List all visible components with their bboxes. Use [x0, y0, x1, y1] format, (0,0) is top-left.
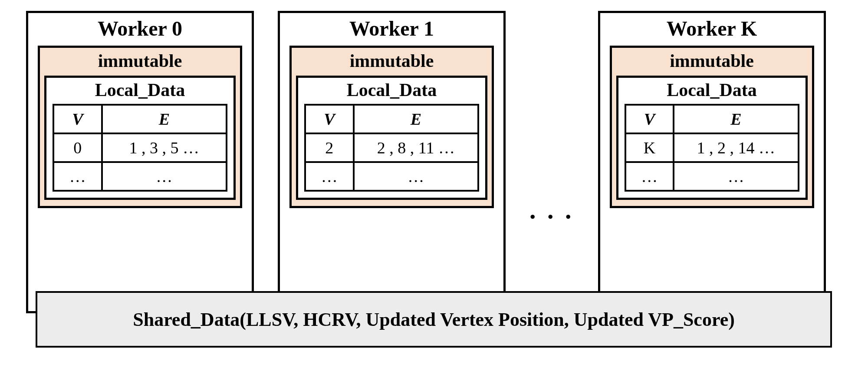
table-header-v: V — [305, 105, 354, 133]
worker-k-immutable-label: immutable — [616, 48, 808, 76]
worker-1-immutable: immutable Local_Data V E 2 2 , 8 , 11 … — [289, 46, 494, 208]
worker-1-localdata: Local_Data V E 2 2 , 8 , 11 … … … — [296, 76, 487, 200]
diagram-canvas: Worker 0 immutable Local_Data V E 0 1 , … — [26, 11, 842, 376]
table-header-e: E — [674, 105, 798, 133]
table-header-v: V — [53, 105, 102, 133]
table-header-e: E — [102, 105, 227, 133]
cell-v: … — [625, 162, 674, 191]
table-header-e: E — [354, 105, 478, 133]
worker-0-localdata: Local_Data V E 0 1 , 3 , 5 … … … — [44, 76, 236, 200]
worker-1-title: Worker 1 — [289, 13, 494, 46]
worker-0-localdata-label: Local_Data — [53, 78, 227, 104]
spacer — [610, 208, 814, 302]
table-header-v: V — [625, 105, 674, 133]
worker-k-title: Worker K — [610, 13, 814, 46]
table-row: … … — [53, 162, 227, 191]
shared-data-label: Shared_Data(LLSV, HCRV, Updated Vertex P… — [133, 308, 735, 331]
worker-1-table: V E 2 2 , 8 , 11 … … … — [304, 104, 479, 192]
table-row: K 1 , 2 , 14 … — [625, 133, 799, 162]
cell-v: 0 — [53, 133, 102, 162]
cell-v: 2 — [305, 133, 354, 162]
cell-e: … — [354, 162, 478, 191]
worker-0-immutable: immutable Local_Data V E 0 1 , 3 , 5 … — [38, 46, 242, 208]
cell-e: 1 , 3 , 5 … — [102, 133, 227, 162]
cell-v: K — [625, 133, 674, 162]
worker-k-table: V E K 1 , 2 , 14 … … … — [625, 104, 799, 192]
table-row: … … — [305, 162, 478, 191]
table-row: 2 2 , 8 , 11 … — [305, 133, 478, 162]
worker-k-localdata-label: Local_Data — [625, 78, 799, 104]
worker-1-localdata-label: Local_Data — [304, 78, 479, 104]
cell-e: 2 , 8 , 11 … — [354, 133, 478, 162]
shared-data-box: Shared_Data(LLSV, HCRV, Updated Vertex P… — [36, 291, 832, 348]
spacer — [289, 208, 494, 302]
ellipsis: . . . — [529, 100, 574, 225]
worker-row: Worker 0 immutable Local_Data V E 0 1 , … — [26, 11, 842, 313]
worker-k-localdata: Local_Data V E K 1 , 2 , 14 … … … — [616, 76, 808, 200]
cell-e: … — [102, 162, 227, 191]
table-row: 0 1 , 3 , 5 … — [53, 133, 227, 162]
cell-e: … — [674, 162, 798, 191]
cell-v: … — [305, 162, 354, 191]
worker-0-table: V E 0 1 , 3 , 5 … … … — [53, 104, 227, 192]
spacer — [38, 208, 242, 302]
worker-1-box: Worker 1 immutable Local_Data V E 2 2 , … — [278, 11, 506, 313]
worker-k-box: Worker K immutable Local_Data V E K 1 , … — [598, 11, 826, 313]
worker-k-immutable: immutable Local_Data V E K 1 , 2 , 14 … — [610, 46, 814, 208]
worker-0-box: Worker 0 immutable Local_Data V E 0 1 , … — [26, 11, 254, 313]
cell-e: 1 , 2 , 14 … — [674, 133, 798, 162]
cell-v: … — [53, 162, 102, 191]
worker-1-immutable-label: immutable — [296, 48, 487, 76]
worker-0-immutable-label: immutable — [44, 48, 236, 76]
worker-0-title: Worker 0 — [38, 13, 242, 46]
table-row: … … — [625, 162, 799, 191]
